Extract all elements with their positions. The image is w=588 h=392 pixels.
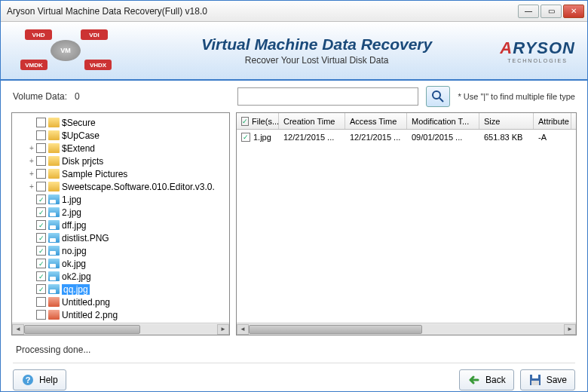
- save-button[interactable]: Save: [520, 369, 575, 390]
- banner-heading: Virtual Machine Data Recovery: [133, 35, 500, 54]
- banner-subheading: Recover Your Lost Virtual Disk Data: [133, 55, 500, 66]
- tree-item[interactable]: $Secure: [14, 116, 228, 129]
- tree-item-label: dff.jpg: [62, 220, 86, 231]
- tree-item[interactable]: ✓dff.jpg: [14, 219, 228, 231]
- scroll-left-icon[interactable]: ◄: [12, 324, 24, 335]
- tree-item[interactable]: ✓no.jpg: [14, 244, 228, 257]
- tree-item-label: distlist.PNG: [62, 233, 109, 243]
- tree-item[interactable]: ✓distlist.PNG: [14, 231, 228, 244]
- tree-item[interactable]: ✓ok2.jpg: [14, 270, 228, 283]
- maximize-button[interactable]: ▭: [541, 5, 562, 18]
- cell-mtime: 09/01/2015 ...: [407, 133, 479, 142]
- checkbox[interactable]: ✓: [36, 246, 46, 256]
- col-file[interactable]: ✓File(s...: [237, 113, 279, 129]
- format-pill-vmdk: VMDK: [20, 60, 47, 70]
- search-hint: * Use "|" to find multiple file type: [458, 92, 575, 101]
- search-button[interactable]: [426, 86, 450, 107]
- checkbox[interactable]: ✓: [36, 233, 46, 243]
- scroll-right-icon[interactable]: ►: [564, 324, 576, 335]
- checkbox[interactable]: ✓: [36, 207, 46, 217]
- grid-header: ✓File(s... Creation Time Access Time Mod…: [237, 113, 576, 130]
- scroll-left-icon[interactable]: ◄: [237, 324, 249, 335]
- tree-item[interactable]: +Sweetscape.Software.010.Editor.v3.0.: [14, 180, 228, 193]
- tree-item-label: qq.jpg: [62, 284, 90, 295]
- svg-rect-5: [532, 375, 538, 378]
- checkbox[interactable]: [36, 297, 46, 307]
- deleted-image-icon: [48, 310, 60, 320]
- expander-icon[interactable]: +: [27, 157, 36, 165]
- save-icon: [528, 373, 542, 387]
- image-icon: [48, 194, 60, 204]
- expander-icon[interactable]: +: [27, 170, 36, 178]
- tree-item-label: 2.jpg: [62, 207, 81, 218]
- col-size[interactable]: Size: [479, 113, 534, 129]
- checkbox[interactable]: ✓: [36, 284, 46, 294]
- checkbox[interactable]: ✓: [36, 259, 46, 268]
- back-button[interactable]: Back: [459, 369, 514, 390]
- checkbox[interactable]: [36, 130, 46, 140]
- minimize-button[interactable]: —: [518, 5, 539, 18]
- folder-icon: [48, 130, 60, 140]
- brand-logo: RYSON TECHNOLOGIES: [500, 38, 575, 63]
- search-input[interactable]: [237, 87, 418, 106]
- header-checkbox[interactable]: ✓: [241, 117, 249, 126]
- grid-pane: ✓File(s... Creation Time Access Time Mod…: [236, 112, 577, 335]
- col-mtime[interactable]: Modification T...: [407, 113, 479, 129]
- tree-item[interactable]: Untitled 2.png: [14, 308, 228, 321]
- checkbox[interactable]: [36, 182, 46, 191]
- col-ctime[interactable]: Creation Time: [279, 113, 345, 129]
- image-icon: [48, 246, 60, 256]
- format-diagram: VM VHD VDI VMDK VHDX: [13, 28, 118, 73]
- help-icon: ?: [21, 373, 35, 387]
- status-text: Processing done...: [13, 341, 575, 363]
- table-row[interactable]: ✓1.jpg12/21/2015 ...12/21/2015 ...09/01/…: [237, 130, 576, 145]
- format-pill-vhd: VHD: [25, 29, 52, 40]
- tree-item-label: $Secure: [62, 118, 96, 128]
- svg-text:?: ?: [26, 375, 31, 384]
- tree-item[interactable]: ✓qq.jpg: [14, 283, 228, 296]
- tree-item[interactable]: +$Extend: [14, 142, 228, 155]
- image-icon: [48, 271, 60, 281]
- tree-item[interactable]: ✓1.jpg: [14, 193, 228, 206]
- image-icon: [48, 259, 60, 268]
- tree-item-label: 1.jpg: [62, 194, 81, 205]
- cell-atime: 12/21/2015 ...: [345, 133, 407, 142]
- cell-ctime: 12/21/2015 ...: [279, 133, 345, 142]
- checkbox[interactable]: ✓: [36, 194, 46, 204]
- col-attr[interactable]: Attribute: [534, 113, 571, 129]
- expander-icon[interactable]: +: [27, 182, 36, 191]
- checkbox[interactable]: [36, 118, 46, 127]
- checkbox[interactable]: ✓: [36, 220, 46, 230]
- tree-item[interactable]: ✓ok.jpg: [14, 257, 228, 270]
- tree-item[interactable]: +Sample Pictures: [14, 167, 228, 180]
- checkbox[interactable]: [36, 143, 46, 153]
- svg-rect-6: [531, 381, 539, 385]
- vm-icon: VM: [51, 40, 81, 61]
- image-icon: [48, 220, 60, 230]
- tree-item[interactable]: +Disk prjcts: [14, 155, 228, 167]
- checkbox[interactable]: ✓: [36, 271, 46, 281]
- tree-item-label: no.jpg: [62, 246, 87, 256]
- image-icon: [48, 233, 60, 243]
- svg-line-1: [439, 98, 443, 102]
- close-button[interactable]: ✕: [563, 5, 584, 18]
- tree-item[interactable]: Untitled.png: [14, 296, 228, 308]
- row-checkbox[interactable]: ✓: [241, 133, 250, 142]
- cell-attr: -A: [534, 133, 571, 142]
- checkbox[interactable]: [36, 156, 46, 166]
- checkbox[interactable]: [36, 169, 46, 179]
- expander-icon[interactable]: +: [27, 144, 36, 152]
- tree-scrollbar[interactable]: ◄ ►: [12, 323, 229, 335]
- grid-scrollbar[interactable]: ◄ ►: [237, 323, 576, 335]
- image-icon: [48, 284, 60, 294]
- col-atime[interactable]: Access Time: [345, 113, 407, 129]
- scroll-right-icon[interactable]: ►: [217, 324, 229, 335]
- tree-item[interactable]: $UpCase: [14, 129, 228, 142]
- help-button[interactable]: ? Help: [13, 369, 66, 390]
- volume-data-value: 0: [75, 91, 97, 102]
- checkbox[interactable]: [36, 310, 46, 320]
- banner: VM VHD VDI VMDK VHDX Virtual Machine Dat…: [1, 22, 587, 81]
- folder-icon: [48, 143, 60, 153]
- tree-item-label: Untitled 2.png: [62, 310, 118, 320]
- tree-item[interactable]: ✓2.jpg: [14, 206, 228, 219]
